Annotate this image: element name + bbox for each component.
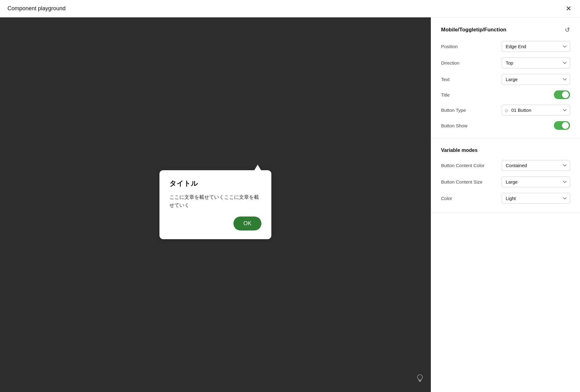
header: Component playground ✕ xyxy=(0,0,580,17)
app-title: Component playground xyxy=(7,5,66,12)
preview-area: タイトル ここに文章を載せていくここに文章を載せていく OK xyxy=(0,17,431,392)
title-toggle-label: Title xyxy=(441,92,450,98)
panel-section-main: Mobile/Toggletip/Function ↺ Position Edg… xyxy=(431,17,580,139)
button-show-toggle-slider xyxy=(554,121,570,130)
direction-row: Direction Top Bottom Left Right xyxy=(441,57,570,68)
text-label: Text xyxy=(441,77,450,82)
lightbulb-icon xyxy=(417,374,423,385)
panel-section-header: Mobile/Toggletip/Function ↺ xyxy=(441,26,570,34)
close-button[interactable]: ✕ xyxy=(564,4,573,13)
button-type-select-wrapper: ◇ 01 Button 02 Button xyxy=(502,105,570,116)
color-select[interactable]: Light Dark xyxy=(502,193,570,204)
text-row: Text Large Medium Small xyxy=(441,74,570,85)
direction-label: Direction xyxy=(441,60,459,66)
button-type-row: Button Type ◇ 01 Button 02 Button xyxy=(441,105,570,116)
button-show-toggle[interactable] xyxy=(554,121,570,130)
toggletip-wrapper: タイトル ここに文章を載せていくここに文章を載せていく OK xyxy=(159,170,271,239)
variable-section-title: Variable modes xyxy=(441,148,570,153)
position-select[interactable]: Edge End Edge Start Center xyxy=(502,41,570,52)
text-select[interactable]: Large Medium Small xyxy=(502,74,570,85)
button-type-select[interactable]: 01 Button 02 Button xyxy=(502,105,570,116)
main-layout: タイトル ここに文章を載せていくここに文章を載せていく OK Mobile/To… xyxy=(0,17,580,392)
toggletip-card: タイトル ここに文章を載せていくここに文章を載せていく OK xyxy=(159,170,271,239)
right-panel: Mobile/Toggletip/Function ↺ Position Edg… xyxy=(431,17,580,392)
svg-rect-0 xyxy=(419,380,421,381)
toggletip-ok-button[interactable]: OK xyxy=(233,217,261,230)
button-content-size-label: Button Content Size xyxy=(441,179,482,185)
button-type-label: Button Type xyxy=(441,107,466,113)
button-show-row: Button Show xyxy=(441,121,570,130)
button-content-color-select[interactable]: Contained Outlined Text xyxy=(502,160,570,171)
title-toggle[interactable] xyxy=(554,90,570,99)
direction-select[interactable]: Top Bottom Left Right xyxy=(502,57,570,68)
toggletip-tail xyxy=(254,165,261,171)
title-toggle-row: Title xyxy=(441,90,570,99)
color-row: Color Light Dark xyxy=(441,193,570,204)
title-toggle-slider xyxy=(554,90,570,99)
button-content-color-row: Button Content Color Contained Outlined … xyxy=(441,160,570,171)
position-row: Position Edge End Edge Start Center xyxy=(441,41,570,52)
button-content-size-select[interactable]: Large Medium Small xyxy=(502,176,570,187)
button-show-label: Button Show xyxy=(441,123,467,128)
button-content-color-label: Button Content Color xyxy=(441,163,485,168)
button-content-size-row: Button Content Size Large Medium Small xyxy=(441,176,570,187)
panel-section-variable: Variable modes Button Content Color Cont… xyxy=(431,139,580,213)
reset-button[interactable]: ↺ xyxy=(565,26,570,34)
position-label: Position xyxy=(441,44,458,49)
svg-rect-1 xyxy=(419,381,421,382)
panel-section-title: Mobile/Toggletip/Function xyxy=(441,27,506,33)
color-label: Color xyxy=(441,196,452,201)
toggletip-title: タイトル xyxy=(169,179,261,188)
toggletip-text: ここに文章を載せていくここに文章を載せていく xyxy=(169,193,261,209)
